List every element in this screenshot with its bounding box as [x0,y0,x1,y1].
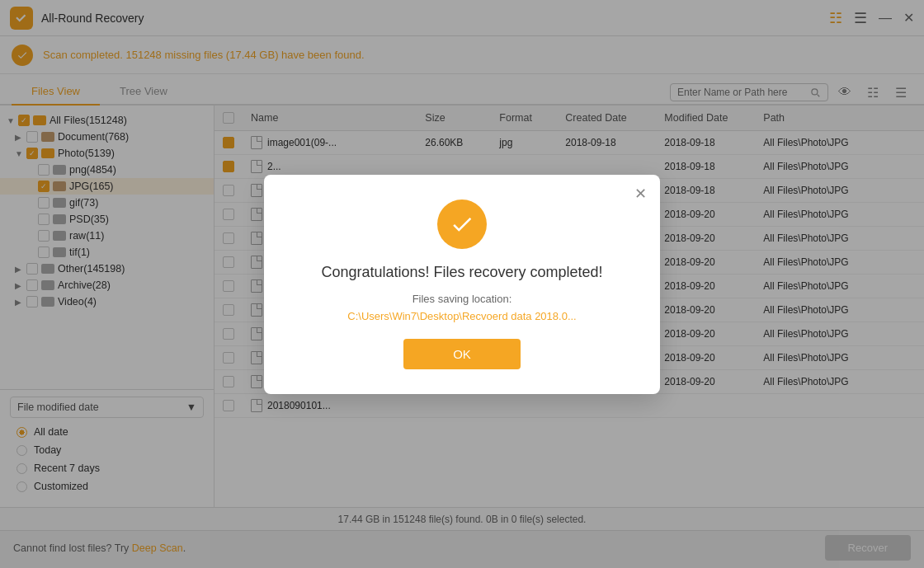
dialog-success-icon [437,200,487,249]
dialog-ok-button[interactable]: OK [403,339,521,369]
dialog-overlay: ✕ Congratulations! Files recovery comple… [0,0,924,568]
dialog-title: Congratulations! Files recovery complete… [297,264,627,281]
dialog-subtitle: Files saving location: [297,293,627,305]
dialog-body: Congratulations! Files recovery complete… [297,200,627,369]
dialog: ✕ Congratulations! Files recovery comple… [264,175,660,394]
dialog-file-path-link[interactable]: C:\Users\Win7\Desktop\Recvoerd data 2018… [347,310,576,322]
dialog-close-button[interactable]: ✕ [634,185,647,203]
